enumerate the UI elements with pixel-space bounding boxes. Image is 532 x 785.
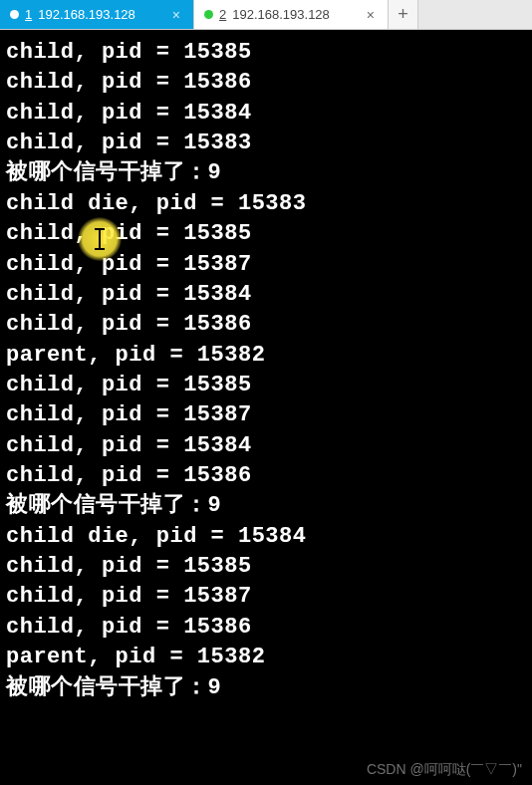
terminal-line: child, pid = 15385 bbox=[6, 219, 526, 249]
tab-number: 2 bbox=[219, 7, 226, 22]
terminal-line: child, pid = 15386 bbox=[6, 310, 526, 340]
tab-bar: 1 192.168.193.128 × 2 192.168.193.128 × … bbox=[0, 0, 532, 30]
terminal-line: child, pid = 15383 bbox=[6, 129, 526, 158]
terminal-line: parent, pid = 15382 bbox=[6, 643, 526, 672]
tab-label: 192.168.193.128 bbox=[38, 7, 135, 22]
tab-number: 1 bbox=[25, 7, 32, 22]
status-dot-icon bbox=[204, 10, 213, 19]
status-dot-icon bbox=[10, 10, 19, 19]
terminal-line: 被哪个信号干掉了：9 bbox=[6, 158, 526, 188]
terminal-line: child, pid = 15386 bbox=[6, 68, 526, 98]
watermark: CSDN @呵呵哒(￣▽￣)" bbox=[367, 760, 522, 779]
terminal-line: child, pid = 15386 bbox=[6, 461, 526, 491]
terminal-line: child, pid = 15387 bbox=[6, 582, 526, 612]
terminal-line: child, pid = 15385 bbox=[6, 552, 526, 582]
tab-1[interactable]: 1 192.168.193.128 × bbox=[0, 0, 194, 29]
terminal-line: child, pid = 15386 bbox=[6, 613, 526, 643]
tab-label: 192.168.193.128 bbox=[232, 7, 330, 22]
terminal-line: 被哪个信号干掉了：9 bbox=[6, 673, 526, 703]
terminal-line: child, pid = 15384 bbox=[6, 280, 526, 310]
terminal-line: parent, pid = 15382 bbox=[6, 341, 526, 371]
add-tab-button[interactable]: + bbox=[389, 0, 418, 29]
terminal-line: child, pid = 15385 bbox=[6, 371, 526, 400]
tab-2[interactable]: 2 192.168.193.128 × bbox=[194, 0, 389, 29]
terminal-line: child, pid = 15387 bbox=[6, 400, 526, 430]
terminal-line: child, pid = 15384 bbox=[6, 99, 526, 129]
terminal-line: child, pid = 15387 bbox=[6, 250, 526, 280]
terminal-line: child, pid = 15384 bbox=[6, 431, 526, 461]
terminal-line: child die, pid = 15384 bbox=[6, 522, 526, 552]
terminal-line: child die, pid = 15383 bbox=[6, 189, 526, 219]
terminal-line: 被哪个信号干掉了：9 bbox=[6, 491, 526, 521]
terminal-output[interactable]: child, pid = 15385 child, pid = 15386 ch… bbox=[0, 30, 532, 785]
close-icon[interactable]: × bbox=[364, 7, 378, 23]
plus-icon: + bbox=[398, 4, 408, 25]
close-icon[interactable]: × bbox=[169, 7, 183, 23]
terminal-line: child, pid = 15385 bbox=[6, 38, 526, 68]
